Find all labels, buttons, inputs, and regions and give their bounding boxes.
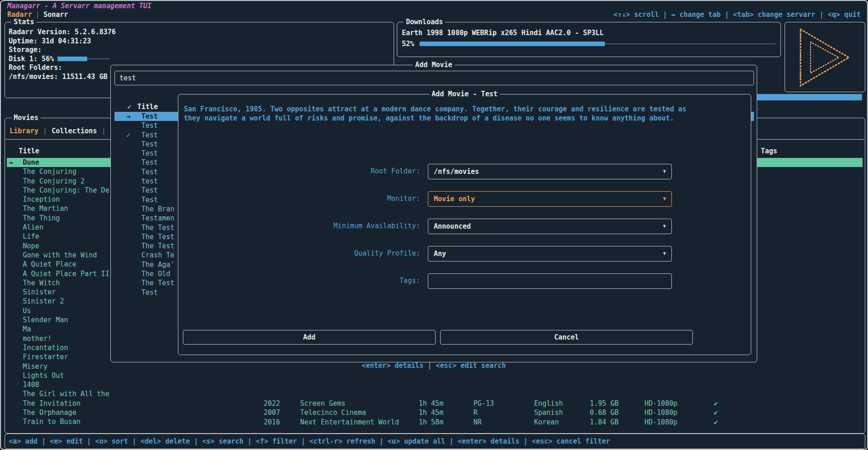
movie-details-rows: 2022 Screen Gems 1h 45m PG-13 English 1.… [7, 399, 863, 427]
result-prefix-icon: → [114, 112, 137, 121]
downloads-progress-fill [420, 42, 605, 46]
dropdown-arrow-icon: ▼ [663, 251, 666, 256]
field-select[interactable] [428, 273, 672, 289]
movie-title: The Martian [23, 204, 68, 213]
movie-title: Gone with the Wind [23, 251, 97, 259]
movie-studio: Next Entertainment World [300, 418, 399, 427]
movie-title: mother! [23, 335, 52, 343]
movie-title: 1408 [23, 381, 39, 389]
add-movie-modal: Add Movie - Test San Francisco, 1985. Tw… [178, 94, 751, 355]
field-select[interactable]: Movie only ▼ [428, 191, 672, 207]
result-title: Test [141, 121, 158, 130]
form-field-row: Minimum Availability: Announced ▼ [178, 219, 751, 234]
movie-title: Misery [23, 362, 47, 371]
movie-title: Lights Out [23, 372, 64, 380]
movies-panel-title: Movies [11, 114, 41, 122]
movie-detail-row[interactable]: 2016 Next Entertainment World 1h 58m NR … [7, 418, 863, 427]
movie-studio: Telecinco Cinema [300, 408, 366, 417]
movie-title: Us [23, 307, 31, 315]
downloads-panel: Downloads Earth 1998 1080p WEBRip x265 H… [397, 22, 781, 57]
modal-title: Add Movie - Test [429, 90, 500, 98]
selection-arrow: → [7, 158, 19, 167]
form-field-row: Tags: [178, 273, 751, 289]
downloads-panel-title: Downloads [404, 18, 445, 26]
movie-year: 2007 [264, 408, 280, 417]
movie-title: The Conjuring [23, 167, 76, 176]
movie-runtime: 1h 58m [419, 418, 443, 427]
field-label: Minimum Availability: [178, 222, 420, 230]
dropdown-arrow-icon: ▼ [663, 196, 666, 202]
stats-version: Radarr Version: 5.2.6.8376 [9, 28, 394, 37]
movie-detail-row[interactable]: 2022 Screen Gems 1h 45m PG-13 English 1.… [7, 399, 863, 408]
field-label: Quality Profile: [178, 249, 420, 257]
add-movie-form: Root Folder: /nfs/movies ▼ Monitor: Movi… [178, 164, 751, 301]
movie-title: Slender Man [23, 316, 68, 324]
download-progress-bar [420, 40, 776, 48]
movie-search-input[interactable] [114, 71, 754, 85]
tab-library[interactable]: Library [10, 127, 38, 135]
movie-certification: PG-13 [473, 399, 494, 408]
add-button[interactable]: Add [183, 330, 436, 345]
movie-language: English [534, 399, 563, 408]
field-select[interactable]: Announced ▼ [428, 219, 672, 234]
movies-tabs: Library Collections [10, 126, 104, 136]
bottom-help-keybindings: <a> add | <e> edit | <o> sort | <del> de… [9, 437, 610, 445]
selected-row-highlight-fragment [757, 94, 862, 100]
movie-title: The Conjuring 2 [23, 177, 84, 185]
movie-description: San Francisco, 1985. Two opposites attra… [184, 105, 691, 123]
result-title: The Old [141, 270, 170, 278]
result-title: Test [141, 112, 158, 120]
movie-title: Nope [23, 242, 39, 250]
movie-title: Dune [23, 158, 39, 167]
disk-progress-fill [57, 57, 87, 61]
movie-title: Inception [23, 195, 60, 204]
field-value: Announced [434, 222, 471, 230]
result-title: Test [141, 140, 158, 148]
results-title-header: Title [137, 103, 158, 111]
movie-quality: HD-1080p [645, 408, 677, 417]
result-title: The Test [141, 224, 174, 232]
field-label: Root Folder: [178, 167, 420, 175]
movie-title: Firestarter [23, 353, 68, 361]
result-title: Crash Te [141, 251, 174, 259]
movie-size: 1.95 GB [590, 399, 619, 408]
movie-language: Spanish [534, 408, 563, 417]
monitored-icon: ✔ [714, 408, 718, 417]
form-field-row: Monitor: Movie only ▼ [178, 191, 751, 207]
tab-collections[interactable]: Collections [52, 127, 97, 135]
field-select[interactable]: /nfs/movies ▼ [428, 164, 672, 179]
monitored-icon: ✔ [714, 418, 718, 427]
result-title: Test [141, 168, 158, 176]
field-select[interactable]: Any ▼ [428, 246, 672, 262]
stats-uptime: Uptime: 31d 04:31:23 [9, 37, 394, 46]
movie-title: Ma [23, 325, 31, 333]
field-value: /nfs/movies [434, 167, 479, 176]
movie-certification: R [473, 408, 478, 417]
movie-certification: NR [473, 418, 482, 427]
disk-progress-bar [57, 55, 110, 63]
download-item-title: Earth 1998 1080p WEBRip x265 Hindi AAC2.… [402, 29, 604, 37]
movie-year: 2022 [264, 399, 280, 408]
movie-language: Korean [534, 418, 559, 427]
movie-quality: HD-1080p [645, 418, 677, 427]
movie-title: Incantation [23, 344, 68, 352]
dropdown-arrow-icon: ▼ [663, 168, 666, 174]
field-label: Tags: [178, 277, 420, 285]
form-field-row: Quality Profile: Any ▼ [178, 246, 751, 262]
tab-sonarr[interactable]: Sonarr [43, 10, 68, 19]
result-title: The Test [141, 242, 174, 250]
movie-title: Sinister [23, 288, 56, 296]
movie-size: 1.84 GB [590, 418, 619, 427]
logo-panel [785, 22, 865, 92]
movie-runtime: 1h 45m [419, 408, 443, 417]
cancel-button[interactable]: Cancel [440, 330, 693, 345]
movie-title: A Quiet Place [23, 260, 76, 268]
movie-detail-row[interactable]: 2007 Telecinco Cinema 1h 45m R Spanish 0… [7, 408, 863, 417]
movie-title: Alien [23, 223, 43, 231]
result-title: Test [141, 288, 158, 297]
download-percent: 52% [402, 40, 414, 48]
movie-title: The Girl with All the [23, 390, 109, 398]
movie-quality: HD-1080p [645, 399, 677, 408]
managarr-app-window: Managarr - A Servarr management TUI Rada… [0, 0, 868, 450]
add-movie-panel-title: Add Movie [413, 61, 454, 69]
